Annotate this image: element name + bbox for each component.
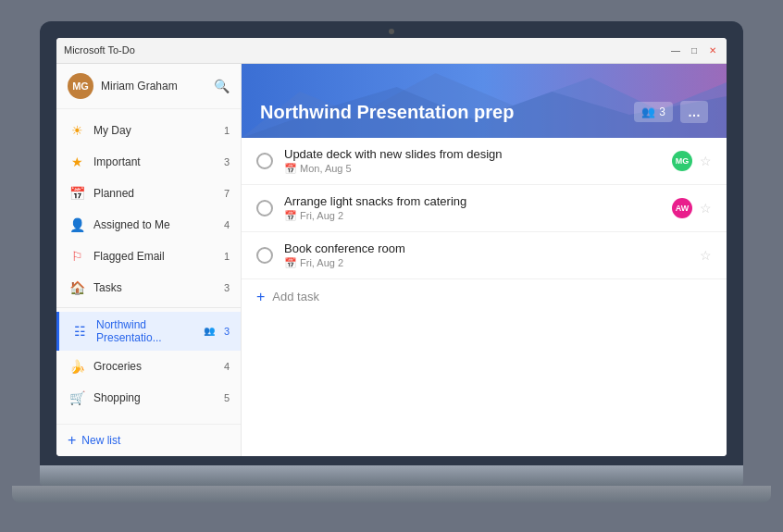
new-list-label: New list xyxy=(81,434,120,447)
window-chrome: Microsoft To-Do — □ ✕ xyxy=(56,38,727,64)
task-actions: AW ☆ xyxy=(672,198,712,218)
task-checkbox[interactable] xyxy=(256,200,273,217)
sidebar-item-badge: 3 xyxy=(217,282,230,293)
sidebar-item-badge: 3 xyxy=(217,326,230,337)
flag-icon: ⚐ xyxy=(68,247,86,266)
task-star-button[interactable]: ☆ xyxy=(700,154,712,168)
main-title: Northwind Presentation prep xyxy=(260,102,514,123)
task-actions: ☆ xyxy=(700,248,712,263)
calendar-icon-small: 📅 xyxy=(284,163,297,175)
more-options-button[interactable]: … xyxy=(680,101,708,123)
sidebar-item-label: Tasks xyxy=(93,281,217,294)
nav-divider xyxy=(56,307,241,308)
user-info: MG Miriam Graham xyxy=(68,73,178,99)
calendar-icon-small: 📅 xyxy=(284,257,297,269)
task-due: 📅 Mon, Aug 5 xyxy=(284,163,672,175)
minimize-button[interactable]: — xyxy=(669,43,682,56)
laptop-bottom xyxy=(12,486,771,502)
task-title: Book conference room xyxy=(284,241,700,255)
task-checkbox[interactable] xyxy=(256,247,273,264)
task-info: Arrange light snacks from catering 📅 Fri… xyxy=(284,194,672,222)
sidebar-item-flagged[interactable]: ⚐ Flagged Email 1 xyxy=(56,241,241,272)
task-title: Update deck with new slides from design xyxy=(284,147,672,161)
sidebar-item-planned[interactable]: 📅 Planned 7 xyxy=(56,178,241,209)
add-task-row[interactable]: + Add task xyxy=(242,279,727,315)
task-item[interactable]: Arrange light snacks from catering 📅 Fri… xyxy=(242,185,727,232)
camera xyxy=(389,29,394,34)
nav-items: ☀ My Day 1 ★ Important 3 📅 xyxy=(56,109,241,424)
task-checkbox[interactable] xyxy=(256,153,273,169)
sidebar-item-label: Shopping xyxy=(93,391,217,404)
main-content: Northwind Presentation prep 👥 3 … xyxy=(242,64,727,456)
sidebar-item-label: Flagged Email xyxy=(93,250,217,263)
app-layout: MG Miriam Graham 🔍 ☀ My Day 1 xyxy=(56,64,727,456)
task-title: Arrange light snacks from catering xyxy=(284,194,672,208)
add-icon: + xyxy=(256,289,265,305)
task-assignee-avatar: MG xyxy=(672,151,692,171)
sidebar-item-badge: 4 xyxy=(217,219,230,230)
task-actions: MG ☆ xyxy=(672,151,712,171)
tasks-list: Update deck with new slides from design … xyxy=(242,138,727,456)
main-header: Northwind Presentation prep 👥 3 … xyxy=(242,64,727,138)
sidebar-item-label: Groceries xyxy=(93,360,217,373)
sidebar-item-groceries[interactable]: 🍌 Groceries 4 xyxy=(56,351,241,382)
sidebar-item-badge: 3 xyxy=(217,156,230,167)
task-item[interactable]: Book conference room 📅 Fri, Aug 2 ☆ xyxy=(242,232,727,279)
task-due: 📅 Fri, Aug 2 xyxy=(284,257,700,269)
new-list-button[interactable]: + New list xyxy=(68,432,230,449)
maximize-button[interactable]: □ xyxy=(688,43,701,56)
task-info: Book conference room 📅 Fri, Aug 2 xyxy=(284,241,700,269)
sun-icon: ☀ xyxy=(68,121,86,140)
list2-icon: ☷ xyxy=(68,420,86,424)
window-controls: — □ ✕ xyxy=(669,43,719,56)
sidebar-item-label: My Day xyxy=(93,124,217,137)
sidebar-header: MG Miriam Graham 🔍 xyxy=(56,64,241,109)
sidebar-item-shopping[interactable]: 🛒 Shopping 5 xyxy=(56,382,241,414)
sidebar-footer: + New list xyxy=(56,424,241,456)
user-name: Miriam Graham xyxy=(101,80,178,93)
close-button[interactable]: ✕ xyxy=(706,43,719,56)
sidebar-item-my-day[interactable]: ☀ My Day 1 xyxy=(56,115,241,146)
search-button[interactable]: 🔍 xyxy=(214,79,230,93)
sidebar-item-badge: 5 xyxy=(217,392,230,403)
sidebar-item-important[interactable]: ★ Important 3 xyxy=(56,146,241,178)
home-icon: 🏠 xyxy=(68,278,86,297)
member-count: 3 xyxy=(659,105,665,118)
task-info: Update deck with new slides from design … xyxy=(284,147,672,175)
window-title: Microsoft To-Do xyxy=(64,44,135,56)
person-icon: 👤 xyxy=(68,216,86,234)
members-icon: 👥 xyxy=(641,105,655,118)
sidebar-item-badge: 7 xyxy=(217,188,230,199)
task-due: 📅 Fri, Aug 2 xyxy=(284,210,672,222)
calendar-icon-small: 📅 xyxy=(284,210,297,222)
task-assignee-avatar: AW xyxy=(672,198,692,218)
star-icon: ★ xyxy=(68,153,86,171)
bag-icon: 🍌 xyxy=(68,357,86,376)
list-icon: ☷ xyxy=(70,322,89,340)
task-star-button[interactable]: ☆ xyxy=(700,201,712,216)
sidebar-item-badge: 1 xyxy=(217,251,230,262)
user-avatar: MG xyxy=(68,73,93,99)
screen-bezel: Microsoft To-Do — □ ✕ MG Miriam Graham xyxy=(40,21,743,465)
header-actions: 👥 3 … xyxy=(634,101,708,123)
sidebar-item-tasks[interactable]: 🏠 Tasks 3 xyxy=(56,272,241,303)
task-item[interactable]: Update deck with new slides from design … xyxy=(242,138,727,185)
laptop-shell: Microsoft To-Do — □ ✕ MG Miriam Graham xyxy=(40,21,743,512)
plus-icon: + xyxy=(68,432,76,449)
member-count-button[interactable]: 👥 3 xyxy=(634,102,673,122)
sidebar-item-label: Assigned to Me xyxy=(93,218,217,231)
sidebar-item-label: Important xyxy=(93,155,217,168)
sidebar-item-assigned[interactable]: 👤 Assigned to Me 4 xyxy=(56,209,241,241)
calendar-icon: 📅 xyxy=(68,184,86,203)
sidebar-item-northwind[interactable]: ☷ Northwind Presentatio... 👥 3 xyxy=(56,312,241,351)
sidebar-item-label: Planned xyxy=(93,187,217,200)
sidebar-item-badge: 4 xyxy=(217,361,230,372)
task-star-button[interactable]: ☆ xyxy=(700,248,712,263)
sidebar-item-badge: 1 xyxy=(217,125,230,136)
app-window: Microsoft To-Do — □ ✕ MG Miriam Graham xyxy=(56,38,727,456)
sidebar-item-errands[interactable]: ☷ Errands 4 xyxy=(56,414,241,424)
sidebar: MG Miriam Graham 🔍 ☀ My Day 1 xyxy=(56,64,242,456)
add-task-label: Add task xyxy=(272,290,319,303)
sidebar-item-label: Northwind Presentatio... xyxy=(96,318,204,344)
laptop-base xyxy=(40,465,743,486)
